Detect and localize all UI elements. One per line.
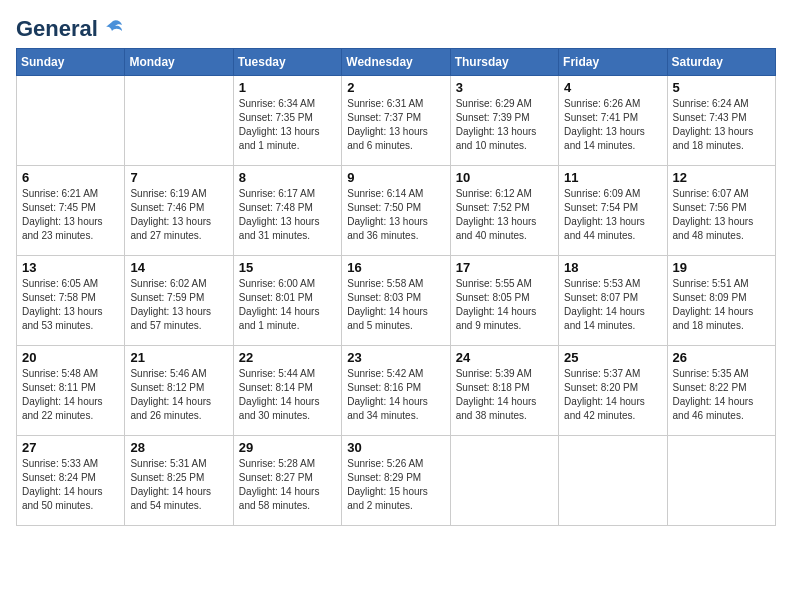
calendar-cell: 15Sunrise: 6:00 AM Sunset: 8:01 PM Dayli… [233, 256, 341, 346]
calendar-cell: 4Sunrise: 6:26 AM Sunset: 7:41 PM Daylig… [559, 76, 667, 166]
day-info: Sunrise: 6:19 AM Sunset: 7:46 PM Dayligh… [130, 187, 227, 243]
weekday-header-monday: Monday [125, 49, 233, 76]
day-info: Sunrise: 5:42 AM Sunset: 8:16 PM Dayligh… [347, 367, 444, 423]
calendar-week-5: 27Sunrise: 5:33 AM Sunset: 8:24 PM Dayli… [17, 436, 776, 526]
day-number: 28 [130, 440, 227, 455]
day-number: 5 [673, 80, 770, 95]
calendar-cell: 27Sunrise: 5:33 AM Sunset: 8:24 PM Dayli… [17, 436, 125, 526]
calendar-cell: 26Sunrise: 5:35 AM Sunset: 8:22 PM Dayli… [667, 346, 775, 436]
page-header: General [16, 16, 776, 38]
weekday-header-sunday: Sunday [17, 49, 125, 76]
calendar-cell [667, 436, 775, 526]
calendar-cell: 1Sunrise: 6:34 AM Sunset: 7:35 PM Daylig… [233, 76, 341, 166]
day-number: 22 [239, 350, 336, 365]
day-info: Sunrise: 5:28 AM Sunset: 8:27 PM Dayligh… [239, 457, 336, 513]
calendar-cell: 8Sunrise: 6:17 AM Sunset: 7:48 PM Daylig… [233, 166, 341, 256]
day-info: Sunrise: 5:48 AM Sunset: 8:11 PM Dayligh… [22, 367, 119, 423]
day-info: Sunrise: 6:12 AM Sunset: 7:52 PM Dayligh… [456, 187, 553, 243]
day-info: Sunrise: 6:17 AM Sunset: 7:48 PM Dayligh… [239, 187, 336, 243]
day-number: 8 [239, 170, 336, 185]
day-number: 24 [456, 350, 553, 365]
day-info: Sunrise: 5:51 AM Sunset: 8:09 PM Dayligh… [673, 277, 770, 333]
day-number: 2 [347, 80, 444, 95]
day-number: 7 [130, 170, 227, 185]
calendar-header-row: SundayMondayTuesdayWednesdayThursdayFrid… [17, 49, 776, 76]
calendar-cell: 19Sunrise: 5:51 AM Sunset: 8:09 PM Dayli… [667, 256, 775, 346]
calendar-week-1: 1Sunrise: 6:34 AM Sunset: 7:35 PM Daylig… [17, 76, 776, 166]
day-number: 27 [22, 440, 119, 455]
calendar-cell: 25Sunrise: 5:37 AM Sunset: 8:20 PM Dayli… [559, 346, 667, 436]
day-number: 12 [673, 170, 770, 185]
calendar-cell: 22Sunrise: 5:44 AM Sunset: 8:14 PM Dayli… [233, 346, 341, 436]
day-info: Sunrise: 5:46 AM Sunset: 8:12 PM Dayligh… [130, 367, 227, 423]
calendar-cell [559, 436, 667, 526]
calendar-cell: 13Sunrise: 6:05 AM Sunset: 7:58 PM Dayli… [17, 256, 125, 346]
calendar-cell: 14Sunrise: 6:02 AM Sunset: 7:59 PM Dayli… [125, 256, 233, 346]
day-number: 15 [239, 260, 336, 275]
calendar-cell: 24Sunrise: 5:39 AM Sunset: 8:18 PM Dayli… [450, 346, 558, 436]
day-info: Sunrise: 6:00 AM Sunset: 8:01 PM Dayligh… [239, 277, 336, 333]
day-info: Sunrise: 5:37 AM Sunset: 8:20 PM Dayligh… [564, 367, 661, 423]
day-info: Sunrise: 5:44 AM Sunset: 8:14 PM Dayligh… [239, 367, 336, 423]
calendar-cell: 28Sunrise: 5:31 AM Sunset: 8:25 PM Dayli… [125, 436, 233, 526]
calendar-cell: 29Sunrise: 5:28 AM Sunset: 8:27 PM Dayli… [233, 436, 341, 526]
day-info: Sunrise: 5:39 AM Sunset: 8:18 PM Dayligh… [456, 367, 553, 423]
day-number: 20 [22, 350, 119, 365]
day-number: 21 [130, 350, 227, 365]
day-number: 23 [347, 350, 444, 365]
weekday-header-tuesday: Tuesday [233, 49, 341, 76]
day-info: Sunrise: 6:09 AM Sunset: 7:54 PM Dayligh… [564, 187, 661, 243]
weekday-header-saturday: Saturday [667, 49, 775, 76]
day-number: 18 [564, 260, 661, 275]
day-info: Sunrise: 6:31 AM Sunset: 7:37 PM Dayligh… [347, 97, 444, 153]
day-number: 9 [347, 170, 444, 185]
day-info: Sunrise: 6:07 AM Sunset: 7:56 PM Dayligh… [673, 187, 770, 243]
day-number: 6 [22, 170, 119, 185]
day-info: Sunrise: 6:05 AM Sunset: 7:58 PM Dayligh… [22, 277, 119, 333]
calendar-cell [17, 76, 125, 166]
day-info: Sunrise: 5:58 AM Sunset: 8:03 PM Dayligh… [347, 277, 444, 333]
logo: General [16, 16, 124, 38]
calendar-cell: 10Sunrise: 6:12 AM Sunset: 7:52 PM Dayli… [450, 166, 558, 256]
day-number: 4 [564, 80, 661, 95]
logo-general-text: General [16, 16, 98, 42]
day-info: Sunrise: 6:21 AM Sunset: 7:45 PM Dayligh… [22, 187, 119, 243]
day-number: 14 [130, 260, 227, 275]
day-number: 11 [564, 170, 661, 185]
weekday-header-wednesday: Wednesday [342, 49, 450, 76]
calendar-cell: 5Sunrise: 6:24 AM Sunset: 7:43 PM Daylig… [667, 76, 775, 166]
day-number: 25 [564, 350, 661, 365]
calendar-cell: 11Sunrise: 6:09 AM Sunset: 7:54 PM Dayli… [559, 166, 667, 256]
weekday-header-thursday: Thursday [450, 49, 558, 76]
day-info: Sunrise: 5:55 AM Sunset: 8:05 PM Dayligh… [456, 277, 553, 333]
calendar-week-4: 20Sunrise: 5:48 AM Sunset: 8:11 PM Dayli… [17, 346, 776, 436]
day-number: 26 [673, 350, 770, 365]
day-number: 3 [456, 80, 553, 95]
calendar-cell: 20Sunrise: 5:48 AM Sunset: 8:11 PM Dayli… [17, 346, 125, 436]
calendar-cell: 9Sunrise: 6:14 AM Sunset: 7:50 PM Daylig… [342, 166, 450, 256]
day-number: 1 [239, 80, 336, 95]
day-info: Sunrise: 5:53 AM Sunset: 8:07 PM Dayligh… [564, 277, 661, 333]
day-info: Sunrise: 6:14 AM Sunset: 7:50 PM Dayligh… [347, 187, 444, 243]
calendar-cell: 23Sunrise: 5:42 AM Sunset: 8:16 PM Dayli… [342, 346, 450, 436]
calendar-cell: 6Sunrise: 6:21 AM Sunset: 7:45 PM Daylig… [17, 166, 125, 256]
calendar-cell: 16Sunrise: 5:58 AM Sunset: 8:03 PM Dayli… [342, 256, 450, 346]
calendar-cell: 3Sunrise: 6:29 AM Sunset: 7:39 PM Daylig… [450, 76, 558, 166]
weekday-header-friday: Friday [559, 49, 667, 76]
day-info: Sunrise: 6:02 AM Sunset: 7:59 PM Dayligh… [130, 277, 227, 333]
calendar-cell: 30Sunrise: 5:26 AM Sunset: 8:29 PM Dayli… [342, 436, 450, 526]
day-info: Sunrise: 5:33 AM Sunset: 8:24 PM Dayligh… [22, 457, 119, 513]
logo-bird-icon [102, 18, 124, 40]
day-info: Sunrise: 5:31 AM Sunset: 8:25 PM Dayligh… [130, 457, 227, 513]
day-number: 17 [456, 260, 553, 275]
calendar-cell: 12Sunrise: 6:07 AM Sunset: 7:56 PM Dayli… [667, 166, 775, 256]
day-number: 13 [22, 260, 119, 275]
day-number: 19 [673, 260, 770, 275]
day-number: 16 [347, 260, 444, 275]
day-info: Sunrise: 6:24 AM Sunset: 7:43 PM Dayligh… [673, 97, 770, 153]
day-info: Sunrise: 5:26 AM Sunset: 8:29 PM Dayligh… [347, 457, 444, 513]
day-number: 30 [347, 440, 444, 455]
calendar-cell: 2Sunrise: 6:31 AM Sunset: 7:37 PM Daylig… [342, 76, 450, 166]
calendar-cell [125, 76, 233, 166]
calendar-cell: 17Sunrise: 5:55 AM Sunset: 8:05 PM Dayli… [450, 256, 558, 346]
